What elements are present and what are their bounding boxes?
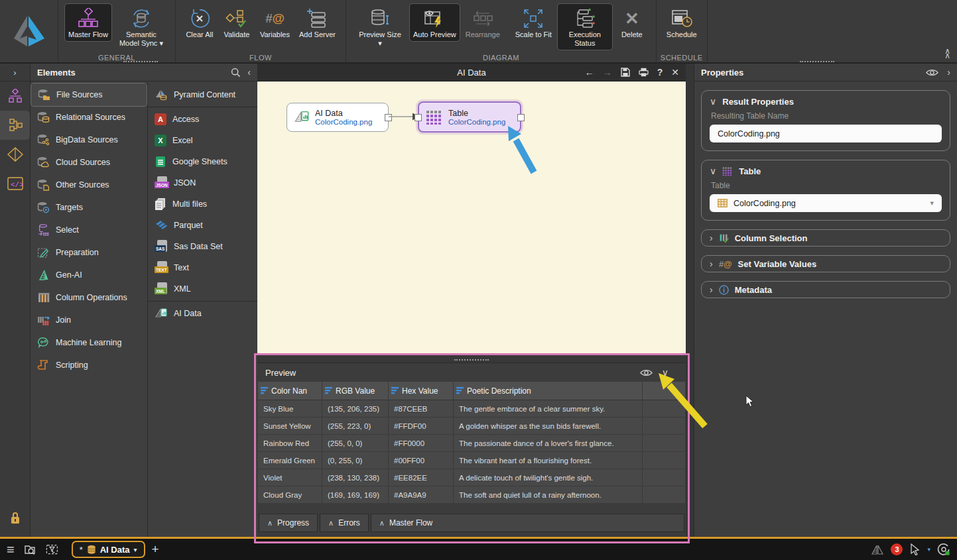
category-cloud-sources[interactable]: Cloud Sources xyxy=(31,151,147,174)
category-preparation[interactable]: Preparation xyxy=(31,241,147,264)
progress-tab[interactable]: ∧ Progress xyxy=(259,514,318,532)
clear-all-button[interactable]: Clear All xyxy=(182,4,217,41)
category-relational-sources[interactable]: Relational Sources xyxy=(31,106,147,129)
category-gen-ai[interactable]: Gen-AI xyxy=(31,264,147,286)
master-flow-tab[interactable]: ∧ Master Flow xyxy=(371,514,684,532)
table-dropdown[interactable]: ColorCoding.png ▾ xyxy=(710,194,942,212)
pyramid-logo[interactable] xyxy=(0,0,58,62)
column-selection-card[interactable]: › Column Selection xyxy=(701,229,950,247)
category-targets[interactable]: Targets xyxy=(31,196,147,219)
variables-button[interactable]: #@ Variables xyxy=(257,4,293,41)
rail-data-flow-tab[interactable] xyxy=(0,111,30,140)
source-text[interactable]: TEXT Text xyxy=(148,257,257,278)
hamburger-menu-icon[interactable]: ≡ xyxy=(7,542,15,557)
section-expand-icon[interactable]: › xyxy=(710,258,713,269)
preview-eye-icon[interactable] xyxy=(640,368,653,377)
source-google-sheets[interactable]: Google Sheets xyxy=(148,151,257,172)
panel-resize-grip[interactable] xyxy=(800,61,834,62)
delete-button[interactable]: ✕ Delete xyxy=(615,4,649,41)
source-sas[interactable]: SAS Sas Data Set xyxy=(148,236,257,257)
category-bigdata-sources[interactable]: BigData Sources xyxy=(31,129,147,151)
section-expand-icon[interactable]: ∨ xyxy=(710,96,716,107)
category-file-sources[interactable]: File Sources xyxy=(31,84,147,106)
redo-icon[interactable]: → xyxy=(603,68,612,77)
pointer-tool-icon[interactable] xyxy=(909,543,921,555)
add-server-button[interactable]: Add Server xyxy=(296,4,339,41)
table-row[interactable]: Emerald Green (0, 255, 0) #00FF00 The vi… xyxy=(258,452,685,469)
category-select[interactable]: Select xyxy=(31,219,147,241)
lock-icon[interactable] xyxy=(0,512,31,525)
column-header-hex-value[interactable]: Hex Value xyxy=(389,382,454,400)
input-port[interactable] xyxy=(415,114,422,121)
node-table[interactable]: Table ColorCoding.png xyxy=(418,101,521,133)
help-icon[interactable]: ? xyxy=(657,68,663,77)
flow-canvas[interactable]: AI Data ColorCoding.png Table ColorCodin… xyxy=(257,82,686,353)
rail-master-flow-tab[interactable] xyxy=(0,82,30,111)
master-flow-button[interactable]: Master Flow xyxy=(65,4,111,41)
table-row[interactable]: Cloud Gray (169, 169, 169) #A9A9A9 The s… xyxy=(258,486,685,504)
preview-collapse-icon[interactable]: ∨ xyxy=(662,368,669,377)
column-header-poetic-description[interactable]: Poetic Description xyxy=(454,382,643,400)
rail-model-tab[interactable] xyxy=(0,140,30,169)
pointer-caret-icon[interactable]: ▾ xyxy=(927,546,930,553)
semantic-model-sync-button[interactable]: Semantic Model Sync ▾ xyxy=(114,4,168,50)
auto-preview-button[interactable]: Auto Preview xyxy=(410,4,460,41)
table-row[interactable]: Sunset Yellow (255, 223, 0) #FFDF00 A go… xyxy=(258,418,685,435)
new-tab-button[interactable]: + xyxy=(152,542,159,557)
category-other-sources[interactable]: Other Sources xyxy=(31,174,147,196)
source-pyramid-content[interactable]: Pyramid Content xyxy=(148,84,257,105)
save-icon[interactable] xyxy=(621,68,630,77)
vertical-splitter[interactable] xyxy=(686,64,694,537)
scale-to-fit-button[interactable]: Scale to Fit xyxy=(512,4,555,41)
properties-eye-icon[interactable] xyxy=(926,68,938,77)
errors-tab[interactable]: ∧ Errors xyxy=(320,514,369,532)
splitter-grip[interactable] xyxy=(454,359,489,361)
print-icon[interactable] xyxy=(639,68,649,77)
source-access[interactable]: A Access xyxy=(148,109,257,130)
properties-collapse-icon[interactable]: › xyxy=(947,68,950,77)
undo-icon[interactable]: ← xyxy=(585,68,594,77)
preview-size-button[interactable]: Preview Size ▾ xyxy=(353,4,407,50)
schedule-button[interactable]: Schedule xyxy=(663,4,700,41)
table-row[interactable]: Violet (238, 130, 238) #EE82EE A delicat… xyxy=(258,469,685,486)
source-ai-data[interactable]: AI Data xyxy=(148,303,257,324)
node-ai-data[interactable]: AI Data ColorCoding.png xyxy=(287,103,389,132)
canvas-preview-splitter[interactable] xyxy=(257,353,686,363)
table-row[interactable]: Sky Blue (135, 206, 235) #87CEEB The gen… xyxy=(258,400,685,418)
metadata-card[interactable]: › Metadata xyxy=(701,281,950,298)
rearrange-button[interactable]: Rearrange xyxy=(462,4,503,41)
source-json[interactable]: JSON JSON xyxy=(148,172,257,194)
rail-code-tab[interactable]: </> xyxy=(0,169,30,198)
execution-status-button[interactable]: Execution Status xyxy=(558,4,612,50)
category-machine-learning[interactable]: Machine Learning xyxy=(31,331,147,354)
section-expand-icon[interactable]: › xyxy=(710,233,713,243)
category-scripting[interactable]: Scripting xyxy=(31,354,147,376)
elements-collapse-icon[interactable]: ‹ xyxy=(247,68,251,77)
content-search-icon[interactable] xyxy=(24,544,36,555)
panel-resize-grip[interactable] xyxy=(123,61,158,62)
filter-board-icon[interactable] xyxy=(46,544,58,555)
source-parquet[interactable]: Parquet xyxy=(148,215,257,236)
output-port[interactable] xyxy=(517,114,525,121)
notification-badge[interactable]: 3 xyxy=(891,543,903,555)
source-excel[interactable]: X Excel xyxy=(148,130,257,151)
resulting-table-name-input[interactable] xyxy=(710,125,942,142)
document-tab-ai-data[interactable]: * AI Data ▾ xyxy=(72,541,145,558)
category-join[interactable]: Join xyxy=(31,309,147,331)
table-row[interactable]: Rainbow Red (255, 0, 0) #FF0000 The pass… xyxy=(258,435,685,452)
source-multi-files[interactable]: Multi files xyxy=(148,194,257,215)
source-xml[interactable]: XML XML xyxy=(148,278,257,300)
search-icon[interactable] xyxy=(231,68,241,78)
column-header-rgb-value[interactable]: RGB Value xyxy=(322,382,389,400)
pyramid-status-icon[interactable] xyxy=(871,543,884,555)
close-icon[interactable]: ✕ xyxy=(671,68,679,77)
rail-expand-button[interactable]: › xyxy=(0,64,30,82)
validate-button[interactable]: Validate xyxy=(220,4,254,41)
set-variable-values-card[interactable]: › #@ Set Variable Values xyxy=(701,255,950,272)
ribbon-collapse-button[interactable]: ∧∧ xyxy=(944,49,950,58)
column-header-color-name[interactable]: Color Nan xyxy=(258,382,322,400)
connection-status-icon[interactable] xyxy=(937,543,950,556)
category-column-operations[interactable]: Column Operations xyxy=(31,286,147,309)
section-expand-icon[interactable]: › xyxy=(710,284,713,295)
section-expand-icon[interactable]: ∨ xyxy=(710,166,716,176)
